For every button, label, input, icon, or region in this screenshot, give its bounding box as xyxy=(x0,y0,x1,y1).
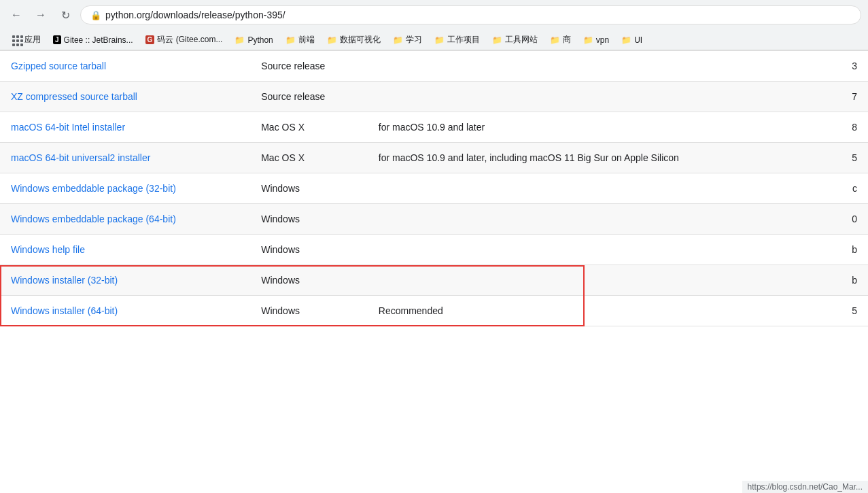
download-link[interactable]: Windows help file xyxy=(11,244,85,255)
download-link[interactable]: Windows embeddable package (64-bit) xyxy=(11,214,176,224)
python-label: Python xyxy=(247,35,273,45)
download-size-cell: 8 xyxy=(837,112,868,143)
table-row: Windows installer (32-bit)Windowsb xyxy=(0,265,868,296)
download-os-cell: Windows xyxy=(250,235,368,265)
folder-icon: 📁 xyxy=(285,35,296,45)
work-label: 工作项目 xyxy=(447,34,480,46)
nav-bar: ← → ↻ 🔒 python.org/downloads/release/pyt… xyxy=(0,0,868,30)
gitee-icon: G xyxy=(145,35,155,44)
lock-icon: 🔒 xyxy=(90,10,101,20)
download-notes-cell: Recommended xyxy=(368,296,837,326)
study-label: 学习 xyxy=(406,34,422,46)
download-os-cell: Windows xyxy=(250,204,368,235)
download-name-cell: macOS 64-bit universal2 installer xyxy=(0,143,250,173)
download-link[interactable]: macOS 64-bit Intel installer xyxy=(11,122,125,133)
vpn-label: vpn xyxy=(596,35,609,45)
download-notes-cell xyxy=(368,51,837,82)
download-notes-cell xyxy=(368,235,837,265)
apps-label: 应用 xyxy=(24,34,41,46)
table-row: macOS 64-bit universal2 installerMac OS … xyxy=(0,143,868,173)
download-name-cell: Windows installer (64-bit) xyxy=(0,296,250,326)
download-notes-cell xyxy=(368,173,837,204)
bookmark-work[interactable]: 📁 工作项目 xyxy=(429,32,485,48)
download-size-cell: b xyxy=(837,265,868,296)
table-wrapper: Gzipped source tarballSource release3XZ … xyxy=(0,51,868,326)
page-content: Gzipped source tarballSource release3XZ … xyxy=(0,51,868,490)
download-notes-cell: for macOS 10.9 and later xyxy=(368,112,837,143)
folder-icon: 📁 xyxy=(583,35,593,45)
bookmarks-bar: 应用 J Gitee :: JetBrains... G 码云 (Gitee.c… xyxy=(0,30,868,50)
biz-label: 商 xyxy=(563,34,571,46)
table-row: Windows help fileWindowsb xyxy=(0,235,868,265)
download-os-cell: Mac OS X xyxy=(250,143,368,173)
download-os-cell: Windows xyxy=(250,265,368,296)
download-link[interactable]: XZ compressed source tarball xyxy=(11,91,137,102)
download-os-cell: Windows xyxy=(250,296,368,326)
status-url: https://blog.csdn.net/Cao_Mar... xyxy=(748,482,863,490)
folder-icon: 📁 xyxy=(393,35,403,45)
folder-icon: 📁 xyxy=(550,35,560,45)
reload-icon: ↻ xyxy=(61,9,70,22)
bookmark-gitee[interactable]: G 码云 (Gitee.com... xyxy=(140,32,228,48)
url-text: python.org/downloads/release/python-395/ xyxy=(105,10,285,20)
download-link[interactable]: Windows embeddable package (32-bit) xyxy=(11,183,176,194)
download-name-cell: Gzipped source tarball xyxy=(0,51,250,82)
table-row: XZ compressed source tarballSource relea… xyxy=(0,82,868,112)
frontend-label: 前端 xyxy=(298,34,315,46)
download-os-cell: Source release xyxy=(250,51,368,82)
download-notes-cell xyxy=(368,82,837,112)
jetbrains-label: Gitee :: JetBrains... xyxy=(64,35,133,45)
forward-button[interactable]: → xyxy=(31,5,50,24)
gitee-label: 码云 (Gitee.com... xyxy=(157,34,222,46)
folder-icon: 📁 xyxy=(492,35,502,45)
tools-label: 工具网站 xyxy=(505,34,538,46)
back-button[interactable]: ← xyxy=(7,5,26,24)
table-row: Windows installer (64-bit)WindowsRecomme… xyxy=(0,296,868,326)
download-name-cell: Windows installer (32-bit) xyxy=(0,265,250,296)
forward-icon: → xyxy=(35,9,46,21)
download-link[interactable]: Windows installer (64-bit) xyxy=(11,305,118,316)
download-link[interactable]: macOS 64-bit universal2 installer xyxy=(11,152,150,163)
bookmark-python[interactable]: 📁 Python xyxy=(229,33,278,47)
bookmark-biz[interactable]: 📁 商 xyxy=(544,32,576,48)
download-size-cell: 5 xyxy=(837,143,868,173)
download-link[interactable]: Gzipped source tarball xyxy=(11,61,106,71)
download-size-cell: 7 xyxy=(837,82,868,112)
folder-icon: 📁 xyxy=(434,35,445,45)
bookmark-ui[interactable]: 📁 UI xyxy=(616,33,648,47)
download-notes-cell xyxy=(368,204,837,235)
address-bar[interactable]: 🔒 python.org/downloads/release/python-39… xyxy=(80,5,861,24)
folder-icon: 📁 xyxy=(235,35,245,45)
download-size-cell: c xyxy=(837,173,868,204)
download-link[interactable]: Windows installer (32-bit) xyxy=(11,275,118,286)
download-name-cell: Windows embeddable package (32-bit) xyxy=(0,173,250,204)
dataviz-label: 数据可视化 xyxy=(340,34,381,46)
download-size-cell: b xyxy=(837,235,868,265)
reload-button[interactable]: ↻ xyxy=(56,5,75,24)
table-row: Gzipped source tarballSource release3 xyxy=(0,51,868,82)
bookmark-frontend[interactable]: 📁 前端 xyxy=(280,32,320,48)
bookmark-vpn[interactable]: 📁 vpn xyxy=(578,33,614,47)
download-notes-cell xyxy=(368,265,837,296)
jetbrains-icon: J xyxy=(53,35,61,44)
table-row: macOS 64-bit Intel installerMac OS Xfor … xyxy=(0,112,868,143)
download-os-cell: Windows xyxy=(250,173,368,204)
table-row: Windows embeddable package (32-bit)Windo… xyxy=(0,173,868,204)
download-table: Gzipped source tarballSource release3XZ … xyxy=(0,51,868,326)
bookmark-dataviz[interactable]: 📁 数据可视化 xyxy=(322,32,386,48)
bookmark-tools[interactable]: 📁 工具网站 xyxy=(487,32,543,48)
table-row: Windows embeddable package (64-bit)Windo… xyxy=(0,204,868,235)
ui-label: UI xyxy=(634,35,642,45)
download-size-cell: 0 xyxy=(837,204,868,235)
download-os-cell: Mac OS X xyxy=(250,112,368,143)
folder-icon: 📁 xyxy=(327,35,337,45)
download-size-cell: 3 xyxy=(837,51,868,82)
bookmark-jetbrains[interactable]: J Gitee :: JetBrains... xyxy=(48,33,139,47)
download-name-cell: Windows help file xyxy=(0,235,250,265)
apps-button[interactable]: 应用 xyxy=(7,32,46,48)
back-icon: ← xyxy=(11,9,22,21)
bookmark-study[interactable]: 📁 学习 xyxy=(387,32,428,48)
download-os-cell: Source release xyxy=(250,82,368,112)
browser-chrome: ← → ↻ 🔒 python.org/downloads/release/pyt… xyxy=(0,0,868,51)
download-size-cell: 5 xyxy=(837,296,868,326)
